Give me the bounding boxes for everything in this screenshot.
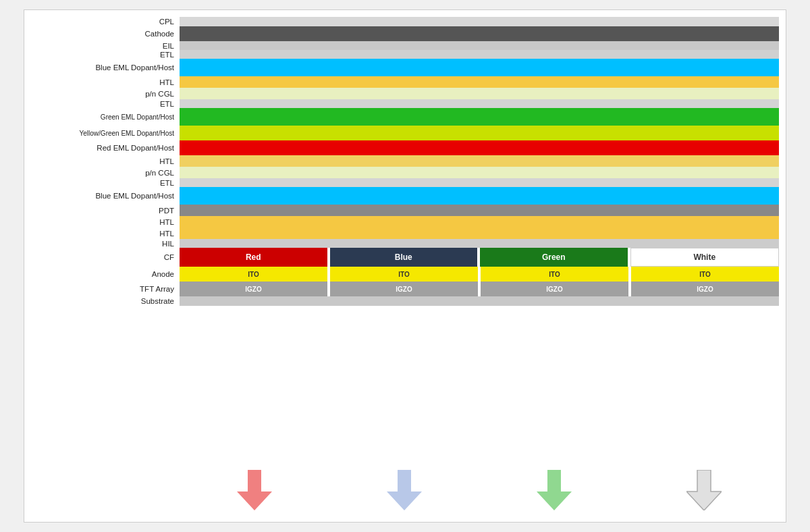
layer-row: HIL bbox=[31, 239, 779, 248]
layer-bar bbox=[180, 88, 779, 99]
layer-label: ETL bbox=[31, 99, 180, 108]
cf-section: RedBlueGreenWhite bbox=[180, 248, 779, 267]
layer-row: Red EML Dopant/Host bbox=[31, 140, 779, 155]
cf-block: Green bbox=[480, 248, 628, 267]
layer-bar bbox=[180, 76, 779, 88]
layer-label: HTL bbox=[31, 216, 180, 228]
layer-label: HIL bbox=[31, 239, 180, 248]
layer-label: PDT bbox=[31, 205, 180, 216]
layer-bar bbox=[180, 41, 779, 50]
layer-row: HTL bbox=[31, 216, 779, 228]
layers-stack: CPLCathodeEILETLBlue EML Dopant/HostHTLp… bbox=[31, 17, 779, 460]
layer-row: p/n CGL bbox=[31, 167, 779, 178]
layer-label: ETL bbox=[31, 178, 180, 187]
layer-row: Green EML Dopant/Host bbox=[31, 108, 779, 126]
arrow-down-icon bbox=[237, 470, 272, 510]
cf-block: Blue bbox=[330, 248, 478, 267]
layer-label: HTL bbox=[31, 76, 180, 88]
layer-label: ETL bbox=[31, 50, 180, 59]
layer-bar bbox=[180, 228, 779, 239]
svg-marker-1 bbox=[387, 470, 422, 510]
layer-row: ETL bbox=[31, 99, 779, 108]
layer-label: p/n CGL bbox=[31, 88, 180, 99]
arrow-slot bbox=[479, 470, 629, 510]
layer-bar bbox=[180, 205, 779, 216]
arrow-down-icon bbox=[387, 470, 422, 510]
substrate-row: Substrate bbox=[31, 296, 779, 306]
ito-bar: ITO bbox=[330, 267, 478, 282]
ito-bar: ITO bbox=[631, 267, 779, 282]
arrow-down-icon bbox=[537, 470, 572, 510]
igzo-bar: IGZO bbox=[180, 282, 327, 296]
diagram-container: CPLCathodeEILETLBlue EML Dopant/HostHTLp… bbox=[24, 9, 786, 523]
layer-bar bbox=[180, 187, 779, 205]
ito-bar: ITO bbox=[481, 267, 628, 282]
arrow-slot bbox=[329, 470, 479, 510]
layer-bar bbox=[180, 99, 779, 108]
igzo-bar: IGZO bbox=[330, 282, 478, 296]
cf-block: Red bbox=[180, 248, 327, 267]
ito-bar: ITO bbox=[180, 267, 327, 282]
layer-row: EIL bbox=[31, 41, 779, 50]
layer-row: HTL bbox=[31, 76, 779, 88]
layer-row: Blue EML Dopant/Host bbox=[31, 187, 779, 205]
layer-row: HTL bbox=[31, 228, 779, 239]
layer-bar bbox=[180, 178, 779, 187]
layer-label: HTL bbox=[31, 228, 180, 239]
layer-row: ETL bbox=[31, 50, 779, 59]
anode-section: ITOITOITOITO bbox=[180, 267, 779, 282]
layer-bar bbox=[180, 59, 779, 76]
layer-label: Green EML Dopant/Host bbox=[31, 108, 180, 126]
svg-marker-3 bbox=[686, 470, 722, 510]
cf-block: White bbox=[630, 248, 780, 267]
svg-marker-0 bbox=[237, 470, 272, 510]
anode-block: ITO bbox=[481, 267, 628, 282]
layer-label: CPL bbox=[31, 17, 180, 26]
tft-section: IGZOIGZOIGZOIGZO bbox=[180, 282, 779, 296]
substrate-bar bbox=[180, 296, 779, 306]
layer-row: ETL bbox=[31, 178, 779, 187]
arrows-row bbox=[31, 464, 779, 515]
layer-bar bbox=[180, 167, 779, 178]
layer-bar bbox=[180, 17, 779, 26]
substrate-label: Substrate bbox=[31, 296, 180, 306]
cf-label: CF bbox=[31, 248, 180, 267]
layer-bar bbox=[180, 50, 779, 59]
layer-label: Yellow/Green EML Dopant/Host bbox=[31, 126, 180, 140]
layer-row: Yellow/Green EML Dopant/Host bbox=[31, 126, 779, 140]
layer-bar bbox=[180, 108, 779, 126]
layer-row: PDT bbox=[31, 205, 779, 216]
layer-label: p/n CGL bbox=[31, 167, 180, 178]
anode-block: ITO bbox=[180, 267, 327, 282]
layer-row: p/n CGL bbox=[31, 88, 779, 99]
igzo-bar: IGZO bbox=[481, 282, 628, 296]
tft-label: TFT Array bbox=[31, 282, 180, 296]
layer-bar bbox=[180, 155, 779, 167]
layer-label: Blue EML Dopant/Host bbox=[31, 187, 180, 205]
anode-block: ITO bbox=[631, 267, 779, 282]
layer-label: Cathode bbox=[31, 26, 180, 41]
anode-label: Anode bbox=[31, 267, 180, 282]
layer-label: HTL bbox=[31, 155, 180, 167]
arrow-down-icon bbox=[686, 470, 722, 510]
layer-bar bbox=[180, 140, 779, 155]
layer-bar bbox=[180, 239, 779, 248]
anode-block: ITO bbox=[330, 267, 478, 282]
layer-bar bbox=[180, 126, 779, 140]
layer-row: Blue EML Dopant/Host bbox=[31, 59, 779, 76]
arrow-slot bbox=[629, 470, 779, 510]
anode-row: AnodeITOITOITOITO bbox=[31, 267, 779, 282]
tft-row: TFT ArrayIGZOIGZOIGZOIGZO bbox=[31, 282, 779, 296]
cf-row: CFRedBlueGreenWhite bbox=[31, 248, 779, 267]
arrow-slot bbox=[180, 470, 329, 510]
svg-marker-2 bbox=[537, 470, 572, 510]
layer-bar bbox=[180, 26, 779, 41]
igzo-bar: IGZO bbox=[631, 282, 779, 296]
layer-row: CPL bbox=[31, 17, 779, 26]
layer-row: HTL bbox=[31, 155, 779, 167]
layer-row: Cathode bbox=[31, 26, 779, 41]
layer-label: EIL bbox=[31, 41, 180, 50]
layer-label: Red EML Dopant/Host bbox=[31, 140, 180, 155]
layer-bar bbox=[180, 216, 779, 228]
layer-label: Blue EML Dopant/Host bbox=[31, 59, 180, 76]
